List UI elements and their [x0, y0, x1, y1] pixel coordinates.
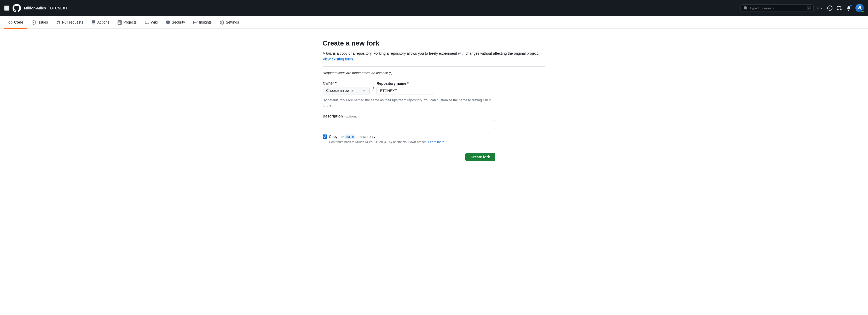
- github-logo[interactable]: [12, 4, 21, 12]
- repo-name[interactable]: BTCNEXT: [50, 6, 67, 10]
- insights-nav-icon: [193, 20, 197, 25]
- learn-more-link[interactable]: Learn more.: [428, 140, 445, 144]
- tab-insights-label: Insights: [199, 20, 212, 24]
- chevron-down-icon: [362, 88, 366, 93]
- issues-icon[interactable]: [827, 5, 833, 11]
- branch-only-section: Copy the main branch only Contribute bac…: [323, 135, 545, 144]
- notifications-icon[interactable]: [846, 5, 851, 11]
- pr-nav-icon: [56, 20, 60, 25]
- fork-description: A fork is a copy of a repository. Forkin…: [323, 51, 545, 62]
- required-note: Required fields are marked with an aster…: [323, 71, 545, 75]
- page-title: Create a new fork: [323, 39, 545, 47]
- tab-actions[interactable]: Actions: [87, 16, 114, 29]
- tab-projects[interactable]: Projects: [114, 16, 141, 29]
- tab-settings-label: Settings: [226, 20, 239, 24]
- view-forks-link[interactable]: View existing forks.: [323, 57, 354, 61]
- description-section: Description (optional): [323, 114, 545, 129]
- pull-requests-icon[interactable]: [837, 5, 842, 11]
- global-search[interactable]: /: [741, 4, 814, 12]
- tab-projects-label: Projects: [123, 20, 137, 24]
- owner-label: Owner *: [323, 81, 370, 85]
- tab-issues[interactable]: Issues: [27, 16, 52, 29]
- tab-code-label: Code: [14, 20, 23, 24]
- form-help-text: By default, forks are named the same as …: [323, 97, 495, 108]
- online-indicator: [862, 10, 864, 12]
- description-label: Description (optional): [323, 114, 545, 118]
- tab-wiki-label: Wiki: [151, 20, 158, 24]
- copy-main-checkbox[interactable]: [323, 135, 327, 139]
- tab-settings[interactable]: Settings: [216, 16, 243, 29]
- branch-name: main: [345, 135, 355, 139]
- branch-only-row: Copy the main branch only: [323, 135, 545, 139]
- create-fork-button[interactable]: Create fork: [465, 153, 495, 161]
- tab-code[interactable]: Code: [4, 16, 27, 29]
- search-input[interactable]: [750, 6, 805, 10]
- search-shortcut: /: [807, 6, 811, 10]
- owner-select[interactable]: Choose an owner: [323, 87, 370, 94]
- optional-tag: (optional): [344, 114, 359, 118]
- owner-select-text: Choose an owner: [326, 88, 355, 93]
- breadcrumb: Million-Miles / BTCNEXT: [24, 6, 67, 10]
- desc-prefix: A: [323, 51, 326, 55]
- checkbox-subtext: Contribute back to Million-Miles/BTCNEXT…: [329, 140, 545, 144]
- owner-group: Owner * Choose an owner: [323, 81, 370, 94]
- tab-pr-label: Pull requests: [62, 20, 83, 24]
- section-divider: [323, 66, 545, 67]
- owner-repo-row: Owner * Choose an owner / Repository nam…: [323, 81, 545, 94]
- tab-insights[interactable]: Insights: [189, 16, 216, 29]
- code-icon: [8, 20, 12, 25]
- hamburger-button[interactable]: [4, 5, 9, 11]
- projects-nav-icon: [118, 20, 122, 25]
- repo-name-label: Repository name *: [376, 81, 434, 86]
- repo-name-group: Repository name *: [376, 81, 434, 94]
- tab-security[interactable]: Security: [162, 16, 189, 29]
- new-button[interactable]: +: [817, 6, 823, 10]
- slash-separator: /: [372, 86, 374, 94]
- repo-name-input[interactable]: [376, 87, 434, 94]
- form-actions: Create fork: [323, 153, 495, 161]
- app-header: Million-Miles / BTCNEXT / +: [0, 0, 868, 16]
- breadcrumb-separator: /: [48, 6, 49, 10]
- tab-issues-label: Issues: [37, 20, 48, 24]
- desc-middle: is a copy of a repository. Forking a rep…: [332, 51, 539, 55]
- tab-pull-requests[interactable]: Pull requests: [52, 16, 87, 29]
- wiki-nav-icon: [145, 20, 149, 25]
- repo-nav: Code Issues Pull requests Actions: [0, 16, 868, 29]
- org-name[interactable]: Million-Miles: [24, 6, 46, 10]
- settings-nav-icon: [220, 20, 224, 25]
- fork-word: fork: [326, 51, 332, 55]
- tab-wiki[interactable]: Wiki: [141, 16, 162, 29]
- actions-nav-icon: [91, 20, 96, 25]
- description-input[interactable]: [323, 120, 495, 129]
- tab-actions-label: Actions: [97, 20, 109, 24]
- header-actions: +: [817, 4, 864, 12]
- security-nav-icon: [166, 20, 170, 25]
- checkbox-label[interactable]: Copy the main branch only: [329, 135, 375, 139]
- issues-nav-icon: [32, 20, 36, 25]
- avatar-container[interactable]: [856, 4, 864, 12]
- tab-security-label: Security: [172, 20, 185, 24]
- main-content: Create a new fork A fork is a copy of a …: [316, 29, 552, 177]
